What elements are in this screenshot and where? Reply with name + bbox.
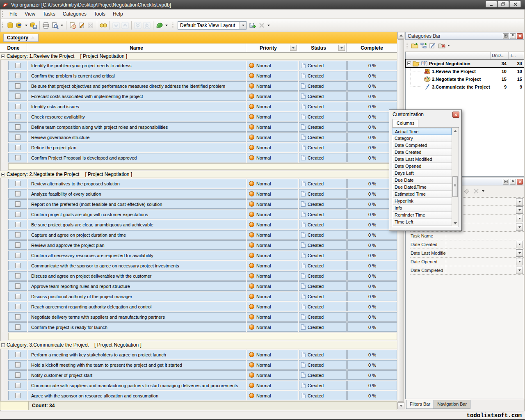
menu-item[interactable]: Tools — [90, 10, 109, 18]
task-row[interactable]: Review governance structure Normal Creat… — [8, 132, 397, 142]
task-row[interactable]: Hold a kickoff meeting with the team to … — [8, 360, 397, 370]
task-name-cell[interactable]: Agree with the sponsor on resource alloc… — [28, 391, 246, 400]
task-row[interactable]: Confirm the problem is current and criti… — [8, 71, 397, 80]
new-task-icon[interactable] — [68, 21, 77, 30]
task-checkbox[interactable] — [15, 94, 21, 99]
task-row[interactable]: Discuss positional authority of the proj… — [8, 292, 397, 301]
open-dropdown-caret[interactable] — [25, 25, 27, 26]
tree-header-undone[interactable]: UnD... — [490, 52, 508, 59]
notification-icon[interactable] — [155, 21, 164, 30]
column-list-item[interactable]: Date Created — [393, 149, 452, 156]
task-row[interactable]: Forecast costs associated with implement… — [8, 91, 397, 101]
filter-dropdown[interactable] — [516, 241, 523, 248]
filter-dropdown[interactable] — [516, 215, 523, 222]
delete-category-icon[interactable] — [437, 41, 446, 50]
column-list-item[interactable]: Estimated Time — [393, 191, 452, 198]
delete-task-icon[interactable] — [86, 21, 95, 30]
task-name-cell[interactable]: Discuss and agree on project deliverable… — [28, 271, 246, 281]
group-header-2[interactable]: Category: 2.Negotiate the Project [ Proj… — [0, 171, 397, 178]
task-checkbox[interactable] — [15, 383, 21, 388]
task-row[interactable]: Review alternatives to the proposed solu… — [8, 179, 397, 188]
panel-restore-button[interactable] — [503, 33, 509, 39]
task-row[interactable]: Approve team reporting rules and report … — [8, 281, 397, 291]
task-checkbox[interactable] — [15, 253, 21, 258]
filter-dropdown[interactable] — [516, 258, 523, 265]
filters-toolbar-caret[interactable] — [482, 190, 484, 192]
group-header-3[interactable]: Category: 3.Communicate the Project [ Pr… — [0, 341, 397, 349]
column-header-complete[interactable]: Complete — [347, 43, 397, 52]
dialog-scroll-down[interactable] — [452, 220, 458, 226]
column-list-item[interactable]: Due Date — [393, 177, 452, 184]
panel-pin-button[interactable] — [510, 179, 516, 185]
filter-dropdown[interactable] — [516, 198, 523, 205]
column-header-priority[interactable]: Priority — [246, 43, 298, 52]
category-row-review[interactable]: 1.Review the Project 10 10 — [406, 67, 524, 75]
priority-filter-button[interactable] — [290, 45, 297, 51]
task-checkbox[interactable] — [15, 73, 21, 78]
scroll-up-button[interactable] — [397, 32, 404, 39]
panel-restore-button[interactable] — [503, 179, 509, 185]
filter-dropdown[interactable] — [516, 267, 523, 274]
notification-dropdown-caret[interactable] — [165, 25, 168, 26]
task-row[interactable]: Define the project plan Normal Created 0… — [8, 143, 397, 152]
task-checkbox[interactable] — [15, 114, 21, 119]
task-name-cell[interactable]: Perform a meeting with key stakeholders … — [28, 350, 246, 359]
column-header-status[interactable]: Status — [298, 43, 347, 52]
task-checkbox[interactable] — [15, 393, 21, 398]
task-row[interactable]: Be sure project goals are clear, unambig… — [8, 220, 397, 229]
dialog-tab-columns[interactable]: Columns — [393, 119, 418, 127]
task-checkbox[interactable] — [15, 83, 21, 89]
task-name-cell[interactable]: Review alternatives to the proposed solu… — [28, 179, 246, 188]
task-row[interactable]: Agree with the sponsor on resource alloc… — [8, 391, 397, 400]
task-row[interactable]: Identify risks and issues Normal Created… — [8, 102, 397, 111]
filter-dropdown[interactable] — [516, 206, 523, 214]
task-row[interactable]: Analyze feasibility of every solution No… — [8, 189, 397, 199]
task-checkbox[interactable] — [15, 181, 21, 186]
new-database-icon[interactable] — [6, 21, 15, 30]
task-row[interactable]: Report on the preferred (most feasible a… — [8, 199, 397, 209]
task-name-cell[interactable]: Analyze feasibility of every solution — [28, 189, 246, 199]
collapse-icon[interactable] — [1, 173, 5, 176]
task-name-cell[interactable]: Negotiate delivery terms with suppliers … — [28, 312, 246, 322]
task-name-cell[interactable]: Communicate with suppliers and manufactu… — [28, 381, 246, 390]
task-name-cell[interactable]: Hold a kickoff meeting with the team to … — [28, 360, 246, 370]
tab-filters-bar[interactable]: Filters Bar — [406, 400, 434, 409]
tab-navigation-bar[interactable]: Navigation Bar — [434, 400, 470, 409]
category-row-negotiate[interactable]: 2.Negotiate the Project 15 15 — [406, 75, 524, 83]
task-row[interactable]: Confirm Project Proposal is developed an… — [8, 153, 397, 162]
column-list-item[interactable]: Date Opened — [393, 163, 452, 170]
save-database-icon[interactable] — [29, 21, 38, 30]
task-row[interactable]: Discuss and agree on project deliverable… — [8, 271, 397, 281]
open-database-icon[interactable] — [15, 21, 24, 30]
task-checkbox[interactable] — [15, 263, 21, 268]
tree-header-total[interactable]: T... — [508, 52, 524, 59]
categories-toolbar-caret[interactable] — [447, 45, 450, 46]
status-filter-button[interactable] — [338, 45, 345, 51]
restore-button[interactable] — [498, 1, 509, 7]
task-checkbox[interactable] — [15, 362, 21, 368]
task-row[interactable]: Confirm project goals are align with cus… — [8, 210, 397, 219]
tree-collapse-icon[interactable] — [407, 62, 411, 65]
task-name-cell[interactable]: Notify customer of project start — [28, 370, 246, 380]
task-checkbox[interactable] — [15, 314, 21, 320]
task-name-cell[interactable]: Be sure that project objectives and perf… — [28, 81, 246, 91]
task-name-cell[interactable]: Define team composition along with proje… — [28, 122, 246, 132]
task-row[interactable]: Communicate with the sponsor to agree on… — [8, 261, 397, 270]
task-checkbox[interactable] — [15, 201, 21, 207]
column-list-item[interactable]: Reminder Time — [393, 212, 452, 219]
task-row[interactable]: Confirm all necessary resources are requ… — [8, 251, 397, 260]
column-list-item[interactable]: Due Date&Time — [393, 184, 452, 191]
task-checkbox[interactable] — [15, 135, 21, 140]
task-name-cell[interactable]: Be sure project goals are clear, unambig… — [28, 220, 246, 229]
column-list-item[interactable]: Days Left — [393, 170, 452, 177]
task-name-cell[interactable]: Approve team reporting rules and report … — [28, 281, 246, 291]
filter-dropdown[interactable] — [516, 224, 523, 231]
column-header-done[interactable]: Done — [0, 43, 27, 52]
task-row[interactable]: Confirm the project is ready for launch … — [8, 322, 397, 332]
task-name-cell[interactable]: Confirm Project Proposal is developed an… — [28, 153, 246, 162]
layout-combobox[interactable]: Default Task View Layout — [178, 21, 247, 30]
menu-item[interactable]: Tasks — [39, 10, 59, 18]
print-preview-icon[interactable] — [50, 21, 59, 30]
layout-combobox-dropdown[interactable] — [240, 22, 246, 29]
find-icon[interactable] — [99, 21, 108, 30]
